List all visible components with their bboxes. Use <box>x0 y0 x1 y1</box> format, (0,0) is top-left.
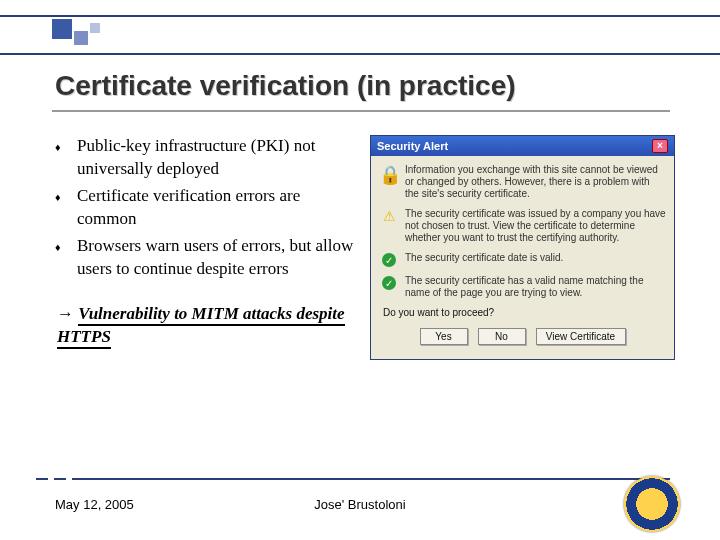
dialog-intro-text: Information you exchange with this site … <box>399 164 666 200</box>
vulnerability-line: → Vulnerability to MITM attacks despite … <box>55 303 355 349</box>
vulnerability-text: Vulnerability to MITM attacks despite HT… <box>57 304 345 349</box>
check-icon: ✓ <box>379 275 399 299</box>
footer-author: Jose' Brustoloni <box>0 497 720 512</box>
bullet-item: Browsers warn users of errors, but allow… <box>55 235 355 281</box>
dialog-title-text: Security Alert <box>377 140 448 152</box>
bullet-list: Public-key infrastructure (PKI) not univ… <box>55 135 355 281</box>
bullet-item: Public-key infrastructure (PKI) not univ… <box>55 135 355 181</box>
dialog-item-text: The security certificate has a valid nam… <box>399 275 666 299</box>
slide-title: Certificate verification (in practice) <box>55 70 516 102</box>
university-seal-icon <box>624 476 680 532</box>
dialog-buttons: Yes No View Certificate <box>379 326 666 351</box>
dialog-item-text: The security certificate was issued by a… <box>399 208 666 244</box>
lock-icon: 🔒 <box>379 164 399 200</box>
dialog-question: Do you want to proceed? <box>383 307 666 318</box>
dialog-body: 🔒 Information you exchange with this sit… <box>371 156 674 359</box>
arrow-icon: → <box>57 304 74 323</box>
title-underline <box>52 110 670 112</box>
slide-body: Public-key infrastructure (PKI) not univ… <box>55 135 355 349</box>
dialog-item-text: The security certificate date is valid. <box>399 252 666 267</box>
no-button[interactable]: No <box>478 328 526 345</box>
top-border <box>0 15 720 55</box>
view-certificate-button[interactable]: View Certificate <box>536 328 626 345</box>
yes-button[interactable]: Yes <box>420 328 468 345</box>
check-icon: ✓ <box>379 252 399 267</box>
security-alert-dialog: Security Alert × 🔒 Information you excha… <box>370 135 675 360</box>
footer-divider <box>36 478 670 480</box>
bullet-item: Certificate verification errors are comm… <box>55 185 355 231</box>
dialog-titlebar: Security Alert × <box>371 136 674 156</box>
warning-icon: ⚠ <box>379 208 399 244</box>
close-icon[interactable]: × <box>652 139 668 153</box>
